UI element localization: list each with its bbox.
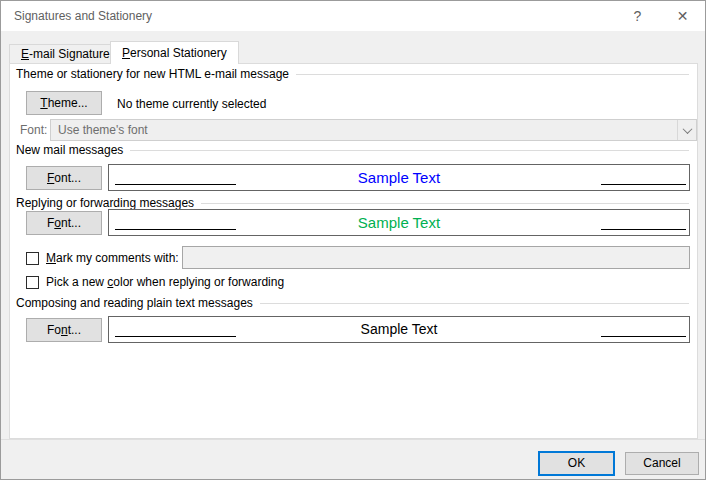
plain-text-group-heading: Composing and reading plain text message… [16, 295, 690, 310]
theme-button-accesskey: T [40, 96, 47, 110]
theme-group-label: Theme or stationery for new HTML e-mail … [16, 67, 289, 81]
reply-forward-font-button-rest: nt... [61, 216, 81, 230]
tab-personal-stationery-accesskey: P [122, 46, 130, 60]
pick-color-label[interactable]: Pick a new color when replying or forwar… [46, 275, 284, 289]
new-mail-font-button[interactable]: Font... [26, 166, 102, 190]
mark-comments-label-rest: ark my comments with: [56, 251, 179, 265]
pick-color-label-rest: olor when replying or forwarding [113, 275, 284, 289]
sample-rule-right [601, 229, 686, 230]
plain-text-group-label: Composing and reading plain text message… [16, 296, 253, 310]
pick-color-label-pre: Pick a new [46, 275, 107, 289]
new-mail-group-label: New mail messages [16, 143, 123, 157]
theme-button[interactable]: Theme... [26, 91, 102, 115]
theme-status-text: No theme currently selected [117, 97, 266, 111]
dropdown-arrow-button[interactable] [677, 120, 696, 140]
reply-forward-group-divider [201, 203, 689, 204]
plain-text-sample-text: Sample Text [109, 321, 689, 337]
new-mail-font-button-rest: ont... [54, 171, 81, 185]
close-button[interactable]: ✕ [660, 1, 705, 31]
plain-text-font-button-accesskey: n [61, 323, 68, 337]
mark-comments-label-accesskey: M [46, 251, 56, 265]
plain-text-group-divider [260, 303, 689, 304]
ok-button[interactable]: OK [538, 451, 615, 476]
tab-email-signature-accesskey: E [21, 47, 29, 61]
chevron-down-icon [682, 124, 692, 134]
sample-rule-right [601, 184, 686, 185]
tab-personal-stationery-label: ersonal Stationery [130, 46, 227, 60]
close-icon: ✕ [677, 8, 689, 24]
mark-comments-checkbox[interactable] [26, 252, 39, 265]
tab-email-signature[interactable]: E-mail Signature [9, 44, 122, 64]
personal-stationery-page: Theme or stationery for new HTML e-mail … [9, 63, 698, 439]
reply-forward-group-label: Replying or forwarding messages [16, 196, 194, 210]
plain-text-font-button-rest: t... [68, 323, 81, 337]
help-icon: ? [634, 8, 642, 24]
new-mail-sample-preview: Sample Text [108, 164, 690, 191]
help-button[interactable]: ? [615, 1, 660, 31]
theme-group-heading: Theme or stationery for new HTML e-mail … [16, 66, 690, 81]
cancel-button[interactable]: Cancel [625, 452, 699, 475]
plain-text-font-button[interactable]: Font... [26, 318, 102, 342]
new-mail-group-divider [130, 150, 689, 151]
mark-comments-input[interactable] [182, 246, 690, 269]
tab-email-signature-label: -mail Signature [29, 47, 110, 61]
plain-text-sample-preview: Sample Text [108, 316, 690, 343]
theme-font-dropdown-value: Use theme's font [58, 120, 148, 140]
reply-forward-group-heading: Replying or forwarding messages [16, 195, 690, 210]
plain-text-font-button-pre: Fo [47, 323, 61, 337]
pick-color-checkbox[interactable] [26, 276, 39, 289]
sample-rule-right [601, 336, 686, 337]
font-dropdown-label: Font: [20, 123, 47, 137]
reply-forward-font-button[interactable]: Font... [26, 211, 102, 235]
dialog-footer: OK Cancel [1, 439, 705, 479]
signatures-and-stationery-dialog: Signatures and Stationery ? ✕ E-mail Sig… [0, 0, 706, 480]
reply-forward-font-button-accesskey: o [54, 216, 61, 230]
new-mail-group-heading: New mail messages [16, 142, 690, 157]
mark-comments-label[interactable]: Mark my comments with: [46, 251, 179, 265]
reply-forward-sample-preview: Sample Text [108, 209, 690, 236]
theme-group-divider [296, 74, 689, 75]
theme-button-rest: heme... [48, 96, 88, 110]
theme-font-dropdown[interactable]: Use theme's font [50, 119, 697, 141]
window-title: Signatures and Stationery [14, 9, 152, 23]
title-bar: Signatures and Stationery ? ✕ [1, 1, 705, 31]
tab-personal-stationery[interactable]: Personal Stationery [110, 41, 239, 64]
